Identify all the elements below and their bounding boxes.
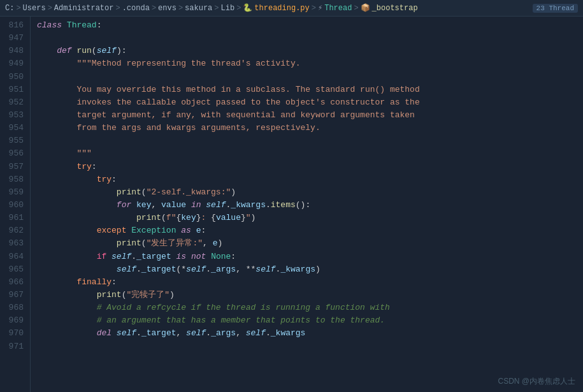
code-line-816: class Thread:	[31, 19, 583, 32]
ln-956: 956	[5, 147, 24, 160]
breadcrumb-bar: C: > Users > Administrator > .conda > en…	[0, 0, 583, 17]
code-content[interactable]: class Thread: def run(self): """Method r…	[31, 17, 583, 392]
ln-951: 951	[5, 83, 24, 96]
ln-963: 963	[5, 237, 24, 250]
code-line-948: def run(self):	[31, 45, 583, 57]
code-line-950	[31, 71, 583, 83]
code-line-969: # an argument that has a member that poi…	[31, 314, 583, 327]
ln-970: 970	[5, 327, 24, 340]
code-line-953: target argument, if any, with sequential…	[31, 109, 583, 122]
ln-965: 965	[5, 263, 24, 276]
ln-960: 960	[5, 199, 24, 212]
breadcrumb-users[interactable]: Users	[23, 4, 46, 13]
code-line-965: self._target(*self._args, **self._kwargs…	[31, 263, 583, 276]
ln-957: 957	[5, 161, 24, 173]
ln-966: 966	[5, 276, 24, 289]
breadcrumb-file[interactable]: threading.py	[254, 4, 309, 13]
code-line-964: if self._target is not None:	[31, 250, 583, 263]
code-line-967: print("完犊子了")	[31, 289, 583, 301]
code-line-971	[31, 340, 583, 353]
breadcrumb-sakura[interactable]: sakura	[185, 4, 212, 13]
code-line-959: print("2-self._kwargs:")	[31, 186, 583, 199]
ln-949: 949	[5, 57, 24, 70]
ln-969: 969	[5, 314, 24, 327]
watermark: CSDN @内卷焦虑人士	[498, 376, 575, 387]
ln-968: 968	[5, 301, 24, 314]
code-line-970: del self._target, self._args, self._kwar…	[31, 327, 583, 340]
code-line-955	[31, 134, 583, 147]
ln-971: 971	[5, 340, 24, 353]
ln-967: 967	[5, 289, 24, 301]
method-icon: 📦	[361, 3, 370, 13]
breadcrumb-bootstrap[interactable]: _bootstrap	[372, 4, 418, 13]
code-line-957: try:	[31, 161, 583, 173]
breadcrumb-envs[interactable]: envs	[158, 4, 176, 13]
ln-950: 950	[5, 71, 24, 83]
code-line-949: """Method representing the thread's acti…	[31, 57, 583, 70]
code-line-961: print(f"{key}: {value}")	[31, 212, 583, 224]
breadcrumb-conda[interactable]: .conda	[122, 4, 150, 13]
ln-953: 953	[5, 109, 24, 122]
code-line-966: finally:	[31, 276, 583, 289]
ln-952: 952	[5, 96, 24, 109]
class-icon: ⚡	[318, 3, 322, 13]
ln-962: 962	[5, 224, 24, 237]
code-area: 816 947 948 949 950 951 952 953 954 955 …	[0, 17, 583, 392]
ln-961: 961	[5, 212, 24, 224]
file-icon: 🐍	[243, 3, 252, 13]
breadcrumb-admin[interactable]: Administrator	[54, 4, 114, 13]
code-line-951: You may override this method in a subcla…	[31, 83, 583, 96]
ln-964: 964	[5, 250, 24, 263]
ln-955: 955	[5, 134, 24, 147]
breadcrumb-lib[interactable]: Lib	[221, 4, 235, 13]
ln-948: 948	[5, 45, 24, 57]
breadcrumb-thread[interactable]: Thread	[324, 4, 352, 13]
ln-954: 954	[5, 122, 24, 134]
code-line-954: from the args and kwargs arguments, resp…	[31, 122, 583, 134]
breadcrumb-c[interactable]: C:	[5, 4, 14, 13]
code-line-962: except Exception as e:	[31, 224, 583, 237]
code-line-960: for key, value in self._kwargs.items():	[31, 199, 583, 212]
line-numbers: 816 947 948 949 950 951 952 953 954 955 …	[0, 17, 31, 392]
ln-816: 816	[5, 19, 24, 32]
code-line-958: try:	[31, 173, 583, 186]
code-line-968: # Avoid a refcycle if the thread is runn…	[31, 301, 583, 314]
thread-badge: 23 Thread	[533, 4, 578, 13]
ln-959: 959	[5, 186, 24, 199]
code-line-947	[31, 32, 583, 45]
code-line-963: print("发生了异常:", e)	[31, 237, 583, 250]
code-line-956: """	[31, 147, 583, 160]
code-line-952: invokes the callable object passed to th…	[31, 96, 583, 109]
ln-958: 958	[5, 173, 24, 186]
ln-947: 947	[5, 32, 24, 45]
